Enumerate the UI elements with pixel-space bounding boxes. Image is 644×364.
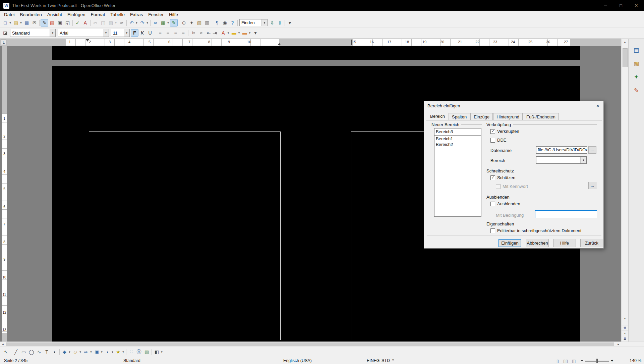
- tab-bereich[interactable]: Bereich: [427, 112, 448, 120]
- paragraph-style-dropdown-icon[interactable]: ▾: [50, 29, 55, 37]
- gallery-icon[interactable]: ▧: [195, 19, 203, 27]
- insert-mode-indicator[interactable]: EINFG: [367, 358, 379, 363]
- paste-icon[interactable]: ▨: [107, 19, 115, 27]
- font-color-icon[interactable]: A: [219, 29, 227, 37]
- cancel-button[interactable]: Abbrechen: [526, 239, 549, 247]
- toolbar-options-icon[interactable]: ▾: [286, 19, 294, 27]
- table-icon[interactable]: ▦: [159, 19, 167, 27]
- star-shapes-dropdown-icon[interactable]: ▾: [121, 348, 125, 356]
- scrollbar-thumb[interactable]: [623, 48, 628, 67]
- undo-icon[interactable]: ↶: [128, 19, 135, 27]
- first-line-indent-marker[interactable]: [86, 39, 89, 42]
- find-input[interactable]: Finden ▾: [239, 19, 268, 26]
- page-preview-icon[interactable]: ◱: [64, 19, 71, 27]
- redo-icon[interactable]: ↷: [138, 19, 146, 27]
- decrease-indent-icon[interactable]: ⇤: [205, 29, 213, 37]
- format-paintbrush-icon[interactable]: ✑: [118, 19, 125, 27]
- password-browse-button[interactable]: ...: [588, 182, 596, 189]
- line-icon[interactable]: ╱: [12, 348, 20, 356]
- dialog-titlebar[interactable]: Bereich einfügen ✕: [424, 101, 603, 110]
- draw-functions-icon[interactable]: ✎: [170, 19, 178, 27]
- from-file-icon[interactable]: ▧: [143, 348, 151, 356]
- highlighting-icon[interactable]: ▬: [230, 29, 238, 37]
- symbol-shapes-icon[interactable]: ☺: [71, 348, 79, 356]
- tab-stop-selector[interactable]: L: [1, 40, 6, 45]
- redo-dropdown-icon[interactable]: ▾: [145, 19, 149, 27]
- minimize-button[interactable]: ─: [598, 0, 613, 11]
- align-right-icon[interactable]: ≡: [172, 29, 179, 37]
- tab-hintergrund[interactable]: Hintergrund: [493, 113, 523, 120]
- font-size-dropdown-icon[interactable]: ▾: [124, 29, 129, 37]
- justify-icon[interactable]: ≡: [179, 29, 187, 37]
- horizontal-ruler[interactable]: L 1 2 3 4 5 6 7 8 9 10: [0, 39, 621, 46]
- sidebar-navigator-icon[interactable]: ✦: [632, 72, 641, 81]
- flowchart-icon[interactable]: ▣: [93, 348, 101, 356]
- rectangle-icon[interactable]: ▭: [20, 348, 27, 356]
- help-button[interactable]: Hilfe: [553, 239, 576, 247]
- edit-file-icon[interactable]: ✎: [41, 19, 48, 27]
- menu-ansicht[interactable]: Ansicht: [45, 12, 65, 17]
- new-dropdown-icon[interactable]: ▾: [8, 19, 12, 27]
- cut-icon[interactable]: ✂: [92, 19, 99, 27]
- star-shapes-icon[interactable]: ★: [114, 348, 122, 356]
- condition-input[interactable]: [535, 210, 597, 218]
- open-folder-icon[interactable]: ▤: [12, 19, 20, 27]
- hyperlink-icon[interactable]: ∞: [152, 19, 159, 27]
- section-list-item[interactable]: Bereich2: [434, 142, 481, 147]
- sidebar-styles-icon[interactable]: ✎: [632, 86, 641, 95]
- styles-formatting-icon[interactable]: ◪: [1, 29, 9, 37]
- menu-tabelle[interactable]: Tabelle: [108, 12, 127, 17]
- find-dropdown-icon[interactable]: ▾: [261, 19, 267, 26]
- print-icon[interactable]: ▣: [56, 19, 64, 27]
- find-next-icon[interactable]: ⇩: [268, 19, 276, 27]
- highlighting-dropdown-icon[interactable]: ▾: [237, 29, 241, 37]
- find-replace-icon[interactable]: ⊙: [180, 19, 188, 27]
- sidebar-gallery-icon[interactable]: ▧: [632, 59, 641, 68]
- navigation-icon[interactable]: •: [622, 330, 628, 335]
- schuetzen-checkbox[interactable]: ✓: [490, 175, 495, 180]
- table-dropdown-icon[interactable]: ▾: [166, 19, 170, 27]
- align-left-icon[interactable]: ≡: [156, 29, 164, 37]
- right-indent-marker[interactable]: [278, 43, 281, 45]
- section-list[interactable]: Bereich1 Bereich2: [434, 135, 481, 217]
- text-icon[interactable]: T: [43, 348, 51, 356]
- background-dropdown-icon[interactable]: ▾: [248, 29, 251, 37]
- font-name-combo[interactable]: Arial ▾: [58, 29, 109, 37]
- formatting-marks-icon[interactable]: ¶: [213, 19, 221, 27]
- paragraph-style-combo[interactable]: Standard ▾: [10, 29, 56, 37]
- page-indicator[interactable]: Seite 2 / 345: [4, 358, 27, 363]
- font-name-dropdown-icon[interactable]: ▾: [103, 29, 109, 37]
- back-button[interactable]: Zurück: [580, 239, 603, 247]
- bullet-list-icon[interactable]: •≡: [197, 29, 205, 37]
- tab-spalten[interactable]: Spalten: [449, 113, 470, 120]
- verknuepfen-checkbox[interactable]: ✓: [490, 129, 495, 134]
- find-previous-icon[interactable]: ⇧: [276, 19, 284, 27]
- block-arrows-dropdown-icon[interactable]: ▾: [89, 348, 93, 356]
- scroll-right-icon[interactable]: ▸: [616, 342, 621, 347]
- scroll-down-icon[interactable]: ▾: [622, 315, 628, 321]
- dialog-close-icon[interactable]: ✕: [595, 103, 601, 109]
- chevron-down-icon[interactable]: ▾: [580, 157, 586, 163]
- open-dropdown-icon[interactable]: ▾: [19, 19, 23, 27]
- tab-fuss-endnoten[interactable]: Fuß-/Endnoten: [523, 113, 559, 120]
- spellcheck-icon[interactable]: ✓: [74, 19, 81, 27]
- email-icon[interactable]: ✉: [31, 19, 38, 27]
- page-style-indicator[interactable]: Standard: [123, 358, 140, 363]
- menu-einfuegen[interactable]: Einfügen: [65, 12, 88, 17]
- export-pdf-icon[interactable]: ▤: [48, 19, 56, 27]
- background-color-icon[interactable]: ▬: [241, 29, 248, 37]
- menu-bearbeiten[interactable]: Bearbeiten: [17, 12, 45, 17]
- block-arrows-icon[interactable]: ⇨: [82, 348, 90, 356]
- filename-browse-button[interactable]: ...: [588, 146, 596, 154]
- next-page-icon[interactable]: ⇊: [622, 336, 628, 341]
- zoom-out-icon[interactable]: −: [581, 358, 583, 363]
- document-page-previous[interactable]: [52, 46, 580, 60]
- bold-icon[interactable]: F: [131, 29, 138, 37]
- callout-shapes-icon[interactable]: ◖: [104, 348, 111, 356]
- insert-button[interactable]: Einfügen: [499, 239, 521, 247]
- view-layout-multi-icon[interactable]: ▯▯: [563, 358, 568, 363]
- editierbar-checkbox[interactable]: [490, 228, 495, 233]
- tab-einzuege[interactable]: Einzüge: [470, 113, 493, 120]
- close-button[interactable]: ✕: [629, 0, 644, 11]
- paste-dropdown-icon[interactable]: ▾: [114, 19, 118, 27]
